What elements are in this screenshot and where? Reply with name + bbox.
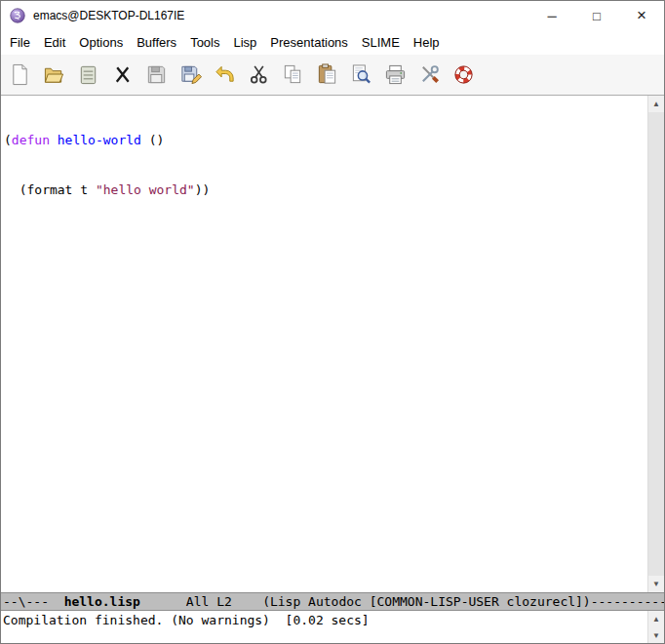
menu-help[interactable]: Help	[407, 32, 447, 53]
editor-buffer[interactable]: (defun hello-world () (format t "hello w…	[1, 96, 647, 592]
save-as-button[interactable]	[177, 61, 204, 88]
code-text: (	[4, 133, 12, 147]
dired-button[interactable]	[75, 61, 101, 88]
menu-lisp[interactable]: Lisp	[226, 32, 263, 53]
echo-row: Compilation finished. (No warnings) [0.0…	[1, 611, 664, 643]
search-icon	[350, 63, 372, 86]
emacs-app-icon	[10, 8, 25, 23]
help-button[interactable]	[450, 61, 477, 88]
titlebar: emacs@DESKTOP-DL167IE ─ □ ×	[1, 1, 664, 30]
code-string: "hello world"	[96, 182, 195, 197]
scroll-up-arrow[interactable]: ▲	[648, 96, 664, 112]
menu-presentations[interactable]: Presentations	[263, 32, 355, 53]
kill-buffer-button[interactable]	[109, 61, 136, 88]
minimize-button[interactable]: ─	[529, 1, 574, 30]
code-text: ))	[195, 182, 211, 197]
echo-message: Compilation finished. (No warnings) [0.0…	[3, 613, 370, 627]
scissors-icon	[248, 63, 270, 86]
code-line-2: (format t "hello world"))	[4, 181, 647, 198]
emacs-window: emacs@DESKTOP-DL167IE ─ □ × File Edit Op…	[0, 0, 665, 644]
code-text	[50, 133, 58, 147]
undo-button[interactable]	[212, 61, 238, 88]
window-title: emacs@DESKTOP-DL167IE	[33, 9, 184, 22]
undo-arrow-icon	[214, 63, 236, 86]
code-text: (format t	[4, 182, 96, 197]
close-button[interactable]: ×	[619, 1, 664, 30]
save-disk-icon	[145, 63, 168, 86]
scrollbar-track[interactable]	[648, 112, 664, 576]
search-button[interactable]	[348, 61, 374, 88]
toolbar	[1, 55, 664, 96]
editor-scrollbar[interactable]: ▲ ▼	[647, 96, 664, 592]
menu-tools[interactable]: Tools	[183, 32, 226, 53]
code-function-name: hello-world	[58, 133, 141, 147]
dired-icon	[77, 63, 99, 86]
menubar: File Edit Options Buffers Tools Lisp Pre…	[1, 30, 664, 55]
new-file-button[interactable]	[7, 61, 33, 88]
menu-options[interactable]: Options	[72, 32, 130, 53]
menu-slime[interactable]: SLIME	[355, 32, 407, 53]
scrollbar-thumb[interactable]	[648, 112, 664, 576]
paste-clipboard-icon	[316, 63, 338, 86]
minibuffer-scroll-up-arrow[interactable]: ▲	[648, 611, 664, 627]
close-x-icon	[111, 63, 134, 86]
paste-button[interactable]	[314, 61, 340, 88]
maximize-button[interactable]: □	[574, 1, 619, 30]
main-area: (defun hello-world () (format t "hello w…	[1, 96, 664, 592]
modeline-flags: --\---	[3, 594, 64, 609]
tools-icon	[418, 63, 441, 86]
menu-file[interactable]: File	[3, 32, 37, 53]
modeline-position: All L2	[140, 594, 262, 609]
customize-button[interactable]	[416, 61, 443, 88]
cut-button[interactable]	[246, 61, 272, 88]
minibuffer-scroll-down-arrow[interactable]: ▼	[648, 627, 664, 644]
minibuffer-scrollbar[interactable]: ▲ ▼	[647, 611, 664, 643]
window-controls: ─ □ ×	[529, 1, 664, 30]
copy-button[interactable]	[280, 61, 306, 88]
save-button[interactable]	[143, 61, 170, 88]
lifebuoy-help-icon	[452, 63, 475, 86]
modeline-dashes: ------------	[591, 594, 664, 609]
save-as-icon	[179, 63, 202, 86]
scroll-down-arrow[interactable]: ▼	[648, 576, 664, 592]
copy-icon	[282, 63, 304, 86]
modeline-buffer-name[interactable]: hello.lisp	[64, 594, 140, 609]
code-keyword: defun	[12, 133, 50, 147]
code-text: ()	[141, 133, 164, 147]
echo-area[interactable]: Compilation finished. (No warnings) [0.0…	[1, 611, 647, 643]
open-file-button[interactable]	[41, 61, 67, 88]
modeline-modes[interactable]: (Lisp Autodoc [COMMON-LISP-USER clozurec…	[262, 594, 591, 609]
modeline: --\--- hello.lisp All L2 (Lisp Autodoc […	[1, 592, 664, 611]
menu-buffers[interactable]: Buffers	[130, 32, 183, 53]
printer-icon	[384, 63, 407, 86]
new-file-icon	[9, 63, 31, 86]
code-line-1: (defun hello-world ()	[4, 132, 647, 148]
print-button[interactable]	[382, 61, 409, 88]
open-folder-icon	[43, 63, 65, 86]
menu-edit[interactable]: Edit	[37, 32, 72, 53]
